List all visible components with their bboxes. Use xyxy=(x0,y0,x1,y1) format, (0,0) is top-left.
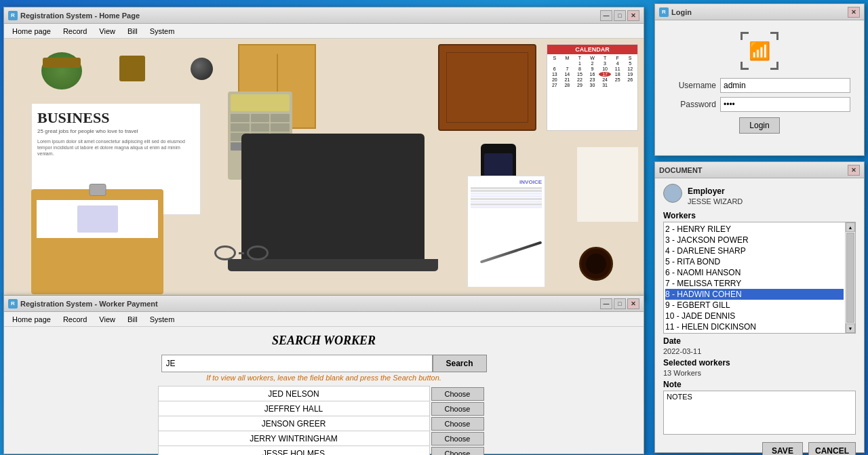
username-input[interactable] xyxy=(720,78,850,93)
titlebar-controls: — □ ✕ xyxy=(600,10,639,21)
payment-maximize-button[interactable]: □ xyxy=(614,298,626,309)
fingerprint-icon: 📶 xyxy=(739,31,780,71)
save-button[interactable]: SAVE xyxy=(762,442,803,455)
menu-system[interactable]: System xyxy=(144,26,180,37)
minimize-button[interactable]: — xyxy=(600,10,612,21)
table-row: JED NELSON Choose xyxy=(158,387,490,401)
payment-titlebar-controls: — □ ✕ xyxy=(600,298,639,309)
choose-button-3[interactable]: Choose xyxy=(431,417,484,431)
document-close-button[interactable]: ✕ xyxy=(848,165,860,176)
cancel-button[interactable]: CANCEL xyxy=(808,442,856,455)
menu-record[interactable]: Record xyxy=(58,26,92,37)
invoice: INVOICE xyxy=(467,176,545,288)
username-label: Username xyxy=(669,81,716,90)
payment-content: SEARCH WORKER Search If to view all work… xyxy=(4,327,644,455)
login-titlebar-controls: ✕ xyxy=(848,7,860,18)
worker-name-3: JENSON GREER xyxy=(158,416,429,431)
document-titlebar-controls: ✕ xyxy=(848,165,860,176)
login-app-icon: R xyxy=(659,7,669,17)
menu-home-page[interactable]: Home page xyxy=(7,26,56,37)
wood-block xyxy=(119,56,145,81)
payment-menu-bill[interactable]: Bill xyxy=(122,314,143,325)
scrollbar-area: ▲ ▼ xyxy=(845,222,855,333)
worker-item-1[interactable]: 3 - JACKSON POWER xyxy=(665,235,844,245)
choose-cell-4: Choose xyxy=(429,431,490,446)
menu-view[interactable]: View xyxy=(94,26,121,37)
worker-item-4[interactable]: 6 - NAOMI HANSON xyxy=(665,267,844,278)
document-buttons: SAVE CANCEL xyxy=(663,442,856,455)
date-value: 2022-03-11 xyxy=(663,347,856,355)
choose-button-5[interactable]: Choose xyxy=(431,447,484,456)
results-table: JED NELSON Choose JEFFREY HALL Choose JE… xyxy=(158,386,490,455)
password-row: Password xyxy=(669,97,850,112)
laptop xyxy=(241,134,425,259)
desk-items: CALENDAR SMTWTFS 12345 6789101112 131415… xyxy=(4,39,644,298)
payment-titlebar-left: R Registration System - Worker Payment xyxy=(8,299,158,309)
payment-app-icon: R xyxy=(8,299,18,309)
employer-section-label: Employer xyxy=(688,186,856,196)
employer-name: JESSE WIZARD xyxy=(688,197,856,205)
date-label: Date xyxy=(663,336,856,346)
fp-corner-tr xyxy=(770,32,778,40)
note-label: Note xyxy=(663,380,856,389)
worker-item-10[interactable]: 12 - DANIELLE GUZMAN xyxy=(665,332,844,333)
worker-item-2[interactable]: 4 - DARLENE SHARP xyxy=(665,245,844,256)
note-textarea[interactable]: NOTES xyxy=(663,391,856,435)
worker-item-6[interactable]: 8 - HADWIN COHEN xyxy=(665,289,844,300)
maximize-button[interactable]: □ xyxy=(614,10,626,21)
document-titlebar: DOCUMENT ✕ xyxy=(655,162,864,178)
worker-item-9[interactable]: 11 - HELEN DICKINSON xyxy=(665,321,844,332)
titlebar-left: R Registration System - Home Page xyxy=(8,11,140,20)
fp-corner-tl xyxy=(741,32,749,40)
document-title: DOCUMENT xyxy=(659,166,703,174)
worker-name-4: JERRY WINTRINGHAM xyxy=(158,431,429,446)
window-payment-titlebar: R Registration System - Worker Payment —… xyxy=(4,296,644,312)
app-icon: R xyxy=(8,11,18,20)
login-form: Username Password Login xyxy=(669,78,850,134)
choose-button-4[interactable]: Choose xyxy=(431,432,484,446)
table-row: JERRY WINTRINGHAM Choose xyxy=(158,431,490,446)
worker-item-8[interactable]: 10 - JADE DENNIS xyxy=(665,311,844,321)
username-row: Username xyxy=(669,78,850,93)
worker-item-3[interactable]: 5 - RITA BOND xyxy=(665,256,844,267)
search-button[interactable]: Search xyxy=(433,355,487,372)
hero-image: CALENDAR SMTWTFS 12345 6789101112 131415… xyxy=(4,39,644,298)
login-button[interactable]: Login xyxy=(739,117,780,134)
table-row: JESSE HOLMES Choose xyxy=(158,446,490,456)
scroll-down-arrow[interactable]: ▼ xyxy=(846,323,855,333)
window-payment-title: Registration System - Worker Payment xyxy=(20,300,158,308)
window-main-titlebar: R Registration System - Home Page — □ ✕ xyxy=(4,7,644,24)
payment-menu-view[interactable]: View xyxy=(94,314,121,325)
worker-item-0[interactable]: 2 - HENRY RILEY xyxy=(665,224,844,235)
payment-menu-system[interactable]: System xyxy=(144,314,180,325)
fp-frame: 📶 xyxy=(741,32,778,70)
payment-minimize-button[interactable]: — xyxy=(600,298,612,309)
worker-name-1: JED NELSON xyxy=(158,387,429,401)
window-main: R Registration System - Home Page — □ ✕ … xyxy=(3,7,644,298)
choose-button-1[interactable]: Choose xyxy=(431,387,484,401)
choose-cell-2: Choose xyxy=(429,401,490,416)
document-titlebar-left: DOCUMENT xyxy=(659,166,703,174)
document-content: Employer JESSE WIZARD Workers 2 - HENRY … xyxy=(655,178,864,455)
close-button[interactable]: ✕ xyxy=(627,10,639,21)
login-close-button[interactable]: ✕ xyxy=(848,7,860,18)
table-row: JEFFREY HALL Choose xyxy=(158,401,490,416)
coffee-cup xyxy=(579,247,613,281)
workers-list[interactable]: 2 - HENRY RILEY 3 - JACKSON POWER 4 - DA… xyxy=(664,222,845,333)
clipboard xyxy=(31,189,163,294)
window-document: DOCUMENT ✕ Employer JESSE WIZARD Workers… xyxy=(654,161,865,453)
worker-item-7[interactable]: 9 - EGBERT GILL xyxy=(665,300,844,311)
payment-close-button[interactable]: ✕ xyxy=(627,298,639,309)
payment-menu-home[interactable]: Home page xyxy=(7,314,56,325)
scroll-up-arrow[interactable]: ▲ xyxy=(846,222,855,232)
scroll-thumb[interactable] xyxy=(846,233,854,323)
search-input[interactable] xyxy=(161,355,433,372)
leather-journal xyxy=(438,44,536,131)
password-input[interactable] xyxy=(720,97,850,112)
choose-button-2[interactable]: Choose xyxy=(431,402,484,416)
payment-menu-record[interactable]: Record xyxy=(58,314,92,325)
fp-corner-bl xyxy=(741,62,749,70)
menu-bill[interactable]: Bill xyxy=(122,26,143,37)
search-worker-title: SEARCH WORKER xyxy=(18,334,630,348)
worker-item-5[interactable]: 7 - MELISSA TERRY xyxy=(665,278,844,289)
